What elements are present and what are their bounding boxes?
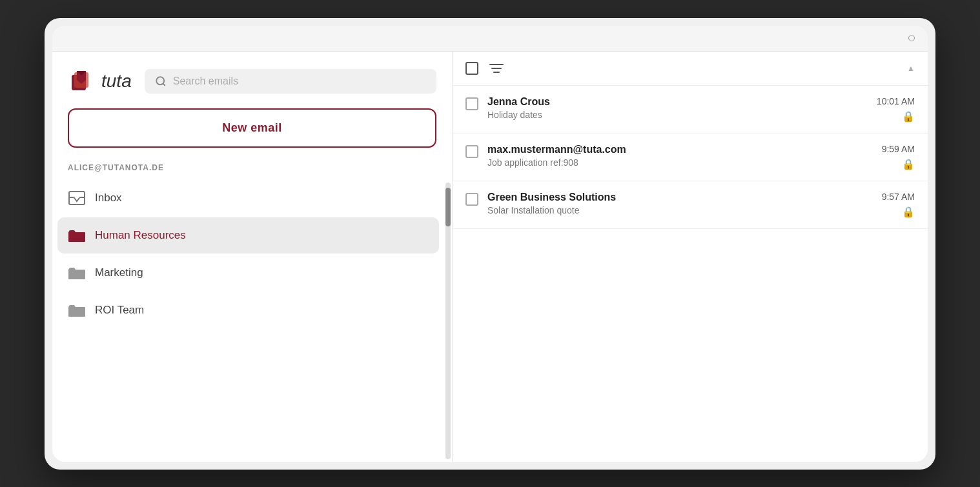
- scroll-track[interactable]: [445, 183, 451, 459]
- search-placeholder: Search emails: [173, 75, 238, 87]
- table-row[interactable]: Jenna Crous Holiday dates 10:01 AM 🔒: [453, 86, 928, 134]
- logo-text: tuta: [101, 71, 132, 92]
- email-content-1: Jenna Crous Holiday dates: [487, 96, 868, 120]
- email-sender-3: Green Business Solutions: [487, 192, 873, 203]
- email-sender-2: max.mustermann@tuta.com: [487, 144, 873, 155]
- sidebar-nav-area: Inbox Human Resources: [52, 180, 452, 462]
- app-body: tuta Search emails New email ALICE@TUTAN…: [52, 52, 928, 462]
- svg-point-2: [156, 77, 164, 84]
- new-email-button[interactable]: New email: [68, 108, 436, 148]
- lock-icon-3: 🔒: [902, 206, 915, 218]
- email-sender-1: Jenna Crous: [487, 96, 868, 108]
- select-all-checkbox[interactable]: [465, 62, 478, 75]
- roi-team-folder-icon: [68, 301, 86, 319]
- sidebar-item-roi-team-label: ROI Team: [95, 304, 144, 317]
- human-resources-folder-icon: [68, 226, 86, 244]
- sidebar-item-human-resources[interactable]: Human Resources: [57, 217, 439, 253]
- account-email-label: ALICE@TUTANOTA.DE: [52, 158, 452, 180]
- sidebar-header: tuta Search emails: [52, 52, 452, 108]
- tuta-logo-icon: [68, 67, 96, 95]
- lock-icon-2: 🔒: [902, 158, 915, 170]
- email-checkbox-2[interactable]: [465, 145, 478, 158]
- device-inner: tuta Search emails New email ALICE@TUTAN…: [52, 26, 928, 462]
- search-bar[interactable]: Search emails: [145, 69, 436, 94]
- email-checkbox-1[interactable]: [465, 97, 478, 110]
- top-bar: [52, 26, 928, 52]
- svg-line-3: [163, 83, 165, 85]
- main-content: ▲ Jenna Crous Holiday dates 10:01 AM 🔒: [453, 52, 928, 462]
- email-subject-2: Job application ref:908: [487, 157, 873, 168]
- email-time-3: 9:57 AM: [882, 192, 915, 202]
- email-list: Jenna Crous Holiday dates 10:01 AM 🔒 max…: [453, 86, 928, 462]
- email-checkbox-3[interactable]: [465, 193, 478, 206]
- device-frame: tuta Search emails New email ALICE@TUTAN…: [45, 18, 935, 470]
- table-row[interactable]: Green Business Solutions Solar Installat…: [453, 181, 928, 229]
- sidebar-item-human-resources-label: Human Resources: [95, 229, 186, 242]
- sidebar-item-roi-team[interactable]: ROI Team: [57, 292, 439, 328]
- email-time-1: 10:01 AM: [877, 96, 915, 106]
- table-row[interactable]: max.mustermann@tuta.com Job application …: [453, 134, 928, 181]
- email-subject-3: Solar Installation quote: [487, 205, 873, 215]
- sidebar-item-marketing-label: Marketing: [95, 266, 143, 279]
- email-subject-1: Holiday dates: [487, 110, 868, 120]
- scroll-thumb[interactable]: [445, 188, 451, 226]
- marketing-folder-icon: [68, 264, 86, 282]
- search-icon: [155, 75, 167, 87]
- email-content-3: Green Business Solutions Solar Installat…: [487, 192, 873, 215]
- email-time-2: 9:59 AM: [882, 144, 915, 154]
- email-meta-2: 9:59 AM 🔒: [882, 144, 915, 170]
- sidebar: tuta Search emails New email ALICE@TUTAN…: [52, 52, 453, 462]
- logo-area: tuta: [68, 67, 132, 95]
- inbox-icon: [68, 189, 86, 207]
- sidebar-item-inbox-label: Inbox: [95, 192, 122, 204]
- email-content-2: max.mustermann@tuta.com Job application …: [487, 144, 873, 168]
- filter-icon[interactable]: [489, 62, 504, 75]
- camera-dot: [908, 35, 915, 41]
- email-meta-3: 9:57 AM 🔒: [882, 192, 915, 218]
- sidebar-item-marketing[interactable]: Marketing: [57, 255, 439, 291]
- nav-list: Inbox Human Resources: [52, 180, 444, 462]
- lock-icon-1: 🔒: [902, 110, 915, 123]
- email-toolbar: ▲: [453, 52, 928, 86]
- email-meta-1: 10:01 AM 🔒: [877, 96, 915, 123]
- sidebar-item-inbox[interactable]: Inbox: [57, 180, 439, 216]
- sort-arrow-icon[interactable]: ▲: [907, 64, 915, 73]
